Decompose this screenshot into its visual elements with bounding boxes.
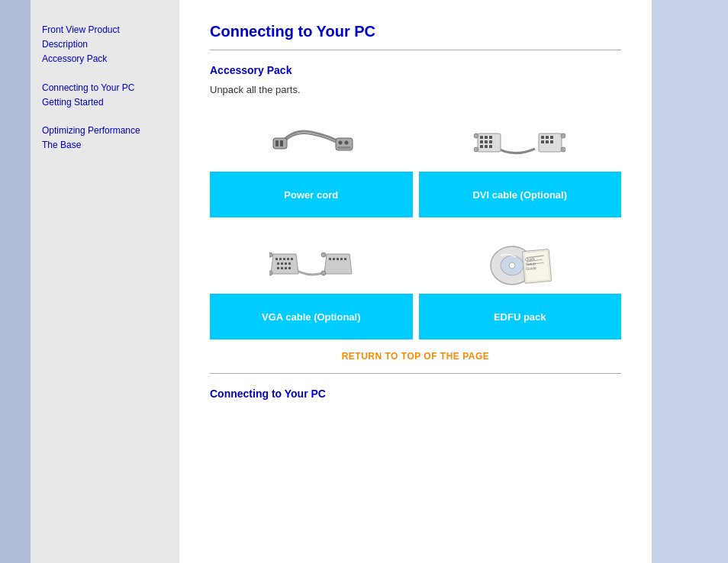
page-title: Connecting to Your PC bbox=[210, 23, 621, 40]
svg-point-18 bbox=[474, 147, 478, 152]
edfu-pack-image: Quick Setup Guide bbox=[470, 233, 569, 294]
svg-rect-39 bbox=[281, 267, 283, 269]
main-content: Connecting to Your PC Accessory Pack Unp… bbox=[179, 0, 652, 563]
svg-rect-41 bbox=[288, 267, 291, 269]
svg-point-43 bbox=[269, 271, 272, 275]
svg-rect-40 bbox=[285, 267, 287, 269]
power-cord-icon bbox=[269, 117, 353, 166]
svg-rect-48 bbox=[340, 258, 343, 260]
svg-point-26 bbox=[561, 134, 565, 138]
accessory-cell-dvi: DVI cable (Optional) bbox=[419, 111, 622, 217]
svg-rect-6 bbox=[337, 146, 351, 149]
svg-rect-20 bbox=[541, 136, 544, 139]
svg-rect-8 bbox=[480, 136, 483, 139]
svg-rect-38 bbox=[277, 267, 279, 269]
left-decorative-bar bbox=[0, 0, 31, 563]
svg-rect-12 bbox=[485, 140, 488, 143]
svg-point-17 bbox=[474, 134, 478, 138]
svg-rect-16 bbox=[489, 145, 492, 148]
svg-point-42 bbox=[269, 253, 272, 257]
svg-rect-29 bbox=[275, 258, 278, 260]
right-decorative-bar bbox=[652, 0, 728, 563]
sidebar-item-accessory-pack[interactable]: Accessory Pack bbox=[42, 52, 168, 66]
svg-rect-1 bbox=[275, 140, 279, 146]
svg-point-50 bbox=[321, 253, 326, 257]
svg-text:Guide: Guide bbox=[526, 265, 536, 271]
sidebar-group-1: Front View Product Description Accessory… bbox=[42, 23, 168, 67]
sidebar-item-getting-started[interactable]: Getting Started bbox=[42, 95, 168, 110]
svg-rect-11 bbox=[480, 140, 483, 143]
svg-rect-37 bbox=[288, 262, 291, 265]
svg-point-4 bbox=[338, 140, 342, 144]
unpack-text: Unpack all the parts. bbox=[210, 84, 621, 95]
svg-rect-14 bbox=[480, 145, 483, 148]
svg-rect-31 bbox=[283, 258, 285, 260]
sidebar-item-front-view[interactable]: Front View Product Description bbox=[42, 23, 168, 52]
accessory-cell-power-cord: Power cord bbox=[210, 111, 413, 217]
svg-point-27 bbox=[561, 147, 565, 152]
svg-rect-33 bbox=[291, 258, 293, 260]
sidebar-item-connecting[interactable]: Connecting to Your PC bbox=[42, 81, 168, 95]
svg-rect-47 bbox=[337, 258, 339, 260]
edfu-pack-icon: Quick Setup Guide bbox=[478, 239, 562, 288]
second-section-title: Connecting to Your PC bbox=[210, 388, 621, 400]
bottom-divider bbox=[210, 373, 621, 374]
svg-rect-30 bbox=[279, 258, 282, 260]
edfu-pack-label: EDFU pack bbox=[419, 294, 622, 339]
power-cord-label: Power cord bbox=[210, 172, 413, 217]
sidebar-item-optimizing[interactable]: Optimizing Performance bbox=[42, 124, 168, 138]
svg-rect-24 bbox=[546, 140, 549, 143]
vga-cable-label: VGA cable (Optional) bbox=[210, 294, 413, 339]
svg-rect-15 bbox=[485, 145, 488, 148]
row1-divider bbox=[413, 111, 419, 217]
sidebar-item-base[interactable]: The Base bbox=[42, 138, 168, 153]
svg-point-5 bbox=[344, 140, 348, 144]
svg-rect-23 bbox=[541, 140, 544, 143]
svg-rect-25 bbox=[550, 140, 553, 143]
vga-cable-image bbox=[262, 233, 361, 294]
top-divider bbox=[210, 50, 621, 50]
accessory-cell-edfu: Quick Setup Guide EDFU pack bbox=[419, 233, 622, 339]
return-to-top-link[interactable]: RETURN TO TOP OF THE PAGE bbox=[210, 339, 621, 373]
svg-rect-13 bbox=[489, 140, 492, 143]
svg-rect-2 bbox=[280, 140, 283, 146]
svg-rect-49 bbox=[344, 258, 346, 260]
vga-cable-icon bbox=[269, 239, 353, 288]
row2-divider bbox=[413, 233, 419, 339]
dvi-cable-image bbox=[466, 111, 573, 172]
svg-point-54 bbox=[509, 262, 515, 269]
svg-rect-45 bbox=[329, 258, 331, 260]
svg-rect-32 bbox=[287, 258, 289, 260]
sidebar-group-3: Optimizing Performance The Base bbox=[42, 124, 168, 153]
sidebar: Front View Product Description Accessory… bbox=[31, 0, 179, 563]
sidebar-group-2: Connecting to Your PC Getting Started bbox=[42, 81, 168, 110]
accessory-row-1: Power cord bbox=[210, 111, 621, 217]
svg-marker-44 bbox=[324, 254, 352, 274]
dvi-cable-label: DVI cable (Optional) bbox=[419, 172, 622, 217]
svg-rect-10 bbox=[489, 136, 492, 139]
svg-point-51 bbox=[321, 271, 326, 275]
accessory-row-2: VGA cable (Optional) bbox=[210, 233, 621, 339]
svg-rect-36 bbox=[285, 262, 287, 265]
dvi-cable-icon bbox=[474, 117, 565, 166]
svg-rect-35 bbox=[281, 262, 283, 265]
power-cord-image bbox=[262, 111, 361, 172]
accessory-cell-vga: VGA cable (Optional) bbox=[210, 233, 413, 339]
svg-rect-34 bbox=[277, 262, 279, 265]
svg-rect-22 bbox=[550, 136, 553, 139]
row-spacer-1 bbox=[210, 217, 621, 233]
svg-rect-9 bbox=[485, 136, 488, 139]
svg-rect-46 bbox=[333, 258, 335, 260]
svg-rect-21 bbox=[546, 136, 549, 139]
section-title: Accessory Pack bbox=[210, 64, 621, 76]
